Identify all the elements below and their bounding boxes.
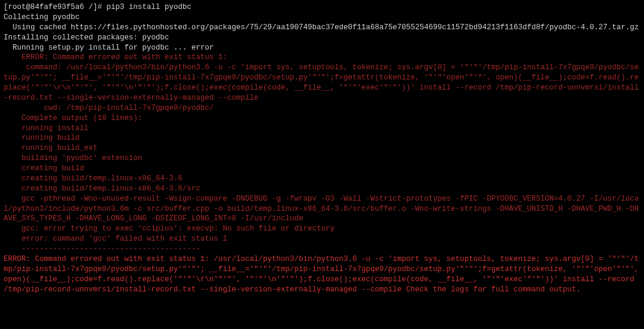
terminal-line: creating build/temp.linux-x86_64-3.6/src bbox=[4, 184, 640, 194]
terminal-line: running build_ext bbox=[4, 143, 640, 153]
terminal-line: running build bbox=[4, 133, 640, 143]
terminal-line: Complete output (10 lines): bbox=[4, 113, 640, 124]
terminal-line: building 'pyodbc' extension bbox=[4, 153, 640, 164]
terminal-line: gcc -pthread -Wno-unused-result -Wsign-c… bbox=[4, 194, 640, 225]
terminal-line: Collecting pyodbc bbox=[4, 13, 640, 23]
terminal-line: gcc: error trying to exec 'cc1plus': exe… bbox=[4, 224, 640, 234]
terminal-line: command: /usr/local/python3/bin/python3.… bbox=[4, 63, 640, 103]
terminal-line: cwd: /tmp/pip-install-7x7gpqe9/pyodbc/ bbox=[4, 103, 640, 113]
terminal-line: creating build/temp.linux-x86_64-3.6 bbox=[4, 174, 640, 184]
terminal-line: creating build bbox=[4, 164, 640, 174]
terminal-line: Installing collected packages: pyodbc bbox=[4, 33, 640, 43]
terminal-line: ERROR: Command errored out with exit sta… bbox=[4, 53, 640, 63]
terminal-line: error: command 'gcc' failed with exit st… bbox=[4, 234, 640, 244]
terminal-line: Running setup.py install for pyodbc ... … bbox=[4, 43, 640, 53]
terminal-line: [root@84fafe93f5a6 /]# pip3 install pyod… bbox=[4, 2, 640, 13]
terminal-line: ---------------------------------------- bbox=[4, 244, 640, 254]
terminal-line: running install bbox=[4, 124, 640, 134]
terminal-line: ERROR: Command errored out with exit sta… bbox=[4, 254, 640, 295]
terminal-output: [root@84fafe93f5a6 /]# pip3 install pyod… bbox=[0, 0, 644, 297]
terminal-line: Using cached https://files.pythonhosted.… bbox=[4, 23, 640, 33]
